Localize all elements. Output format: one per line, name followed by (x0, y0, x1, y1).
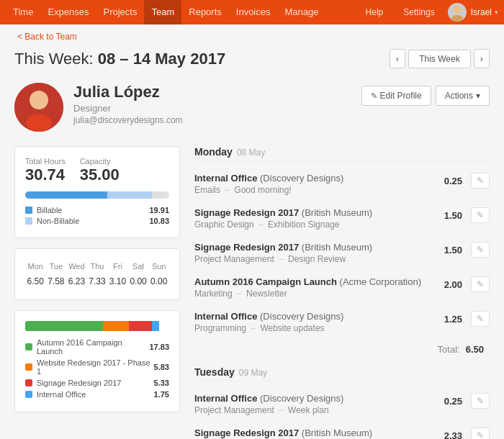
day-header-mon: Mon (25, 259, 46, 273)
entry-mon-3-project: Signage Redesign 2017 (British Museum) (194, 242, 444, 253)
project-chart-bar (25, 321, 169, 331)
entry-mon-3-meta: Project Management – Design Review (194, 254, 444, 264)
day-val-sat: 0.00 (128, 273, 149, 289)
project-bar-signage (129, 321, 152, 331)
settings-link[interactable]: Settings (396, 0, 441, 24)
total-hours-label: Total Hours (25, 157, 66, 166)
left-column: Total Hours 30.74 Capacity 35.00 (14, 146, 180, 439)
entry-tue-2-project: Signage Redesign 2017 (British Museum) (194, 427, 444, 438)
daily-header-row: Mon Tue Wed Thu Fri Sat Sun (25, 259, 169, 273)
entry-mon-5-project: Internal Office (Discovery Designs) (194, 311, 444, 322)
project-bar-autumn (25, 321, 103, 331)
day-monday: Monday 08 May Internal Office (Discovery… (194, 146, 490, 356)
nonbillable-bar (107, 191, 152, 199)
monday-total: Total: 6.50 (194, 340, 490, 356)
nav-team[interactable]: Team (144, 0, 181, 24)
week-title: This Week: 08 – 14 May 2017 (14, 50, 225, 68)
nav-reports[interactable]: Reports (181, 0, 229, 24)
hours-progress-bar (25, 191, 169, 199)
entry-mon-5: Internal Office (Discovery Designs) Prog… (194, 305, 490, 340)
two-col-layout: Total Hours 30.74 Capacity 35.00 (14, 146, 490, 439)
nav-expenses[interactable]: Expenses (40, 0, 96, 24)
tuesday-date: 09 May (239, 368, 267, 378)
website-val: 5.83 (154, 363, 169, 371)
hours-row: Total Hours 30.74 Capacity 35.00 (25, 157, 169, 184)
actions-button[interactable]: Actions ▾ (436, 86, 490, 106)
billable-dot (25, 207, 32, 214)
svg-point-3 (30, 91, 48, 109)
entry-mon-1-hours: 0.25 (444, 176, 462, 186)
autumn-val: 17.83 (149, 343, 169, 351)
entry-tue-1-hours: 0.25 (444, 396, 462, 407)
profile-email: julia@discoverydesigns.com (73, 115, 183, 125)
breadcrumb[interactable]: < Back to Team (0, 24, 504, 49)
week-header: This Week: 08 – 14 May 2017 ‹ This Week … (14, 49, 490, 68)
day-val-wed: 6.23 (66, 273, 87, 289)
project-legend-website: Website Redesign 2017 - Phase 1 5.83 (25, 358, 169, 376)
legend-nonbillable: Non-Billable 10.83 (25, 217, 169, 225)
edit-profile-button[interactable]: ✎ Edit Profile (361, 86, 431, 106)
monday-date: 08 May (237, 148, 265, 158)
svg-point-1 (451, 15, 463, 22)
signage-name: Signage Redesign 2017 (37, 379, 154, 387)
nav-time[interactable]: Time (6, 0, 40, 24)
billable-bar (25, 191, 107, 199)
project-legend-signage: Signage Redesign 2017 5.33 (25, 379, 169, 387)
internal-name: Internal Office (37, 390, 154, 399)
entry-mon-3-hours: 1.50 (444, 245, 462, 255)
total-hours-item: Total Hours 30.74 (25, 157, 66, 184)
week-next-button[interactable]: › (474, 49, 490, 68)
nav-invoices[interactable]: Invoices (229, 0, 278, 24)
autumn-dot (25, 343, 32, 350)
entry-mon-2: Signage Redesign 2017 (British Museum) G… (194, 202, 490, 236)
user-label: Israel (471, 7, 492, 17)
day-header-sat: Sat (128, 259, 149, 273)
internal-dot (25, 391, 32, 398)
day-val-sun: 0.00 (148, 273, 169, 289)
capacity-label: Capacity (80, 157, 120, 166)
entry-mon-1-meta: Emails – Good morning! (194, 185, 444, 195)
right-column: Monday 08 May Internal Office (Discovery… (194, 146, 490, 439)
svg-point-0 (454, 6, 461, 13)
entry-mon-1-edit[interactable]: ✎ (471, 173, 490, 189)
entry-tue-1-project: Internal Office (Discovery Designs) (194, 393, 444, 404)
help-link[interactable]: Help (359, 0, 391, 24)
tuesday-name: Tuesday (194, 366, 235, 378)
entry-mon-4-edit[interactable]: ✎ (471, 276, 490, 292)
monday-total-value: 6.50 (466, 344, 484, 355)
week-current-button[interactable]: This Week (408, 50, 470, 68)
entry-mon-5-edit[interactable]: ✎ (471, 311, 490, 327)
entry-mon-2-edit[interactable]: ✎ (471, 207, 490, 223)
entry-tue-2-edit[interactable]: ✎ (471, 427, 490, 439)
billable-value: 19.91 (149, 206, 169, 214)
entry-mon-4: Autumn 2016 Campaign Launch (Acme Corpor… (194, 271, 490, 305)
back-link[interactable]: < Back to Team (17, 32, 77, 42)
capacity-item: Capacity 35.00 (80, 157, 120, 184)
top-nav: Time Expenses Projects Team Reports Invo… (0, 0, 504, 24)
internal-val: 1.75 (154, 390, 169, 399)
entry-tue-1-meta: Project Management – Week plan (194, 405, 444, 415)
tuesday-header: Tuesday 09 May (194, 366, 490, 381)
entry-tue-1-edit[interactable]: ✎ (471, 393, 490, 409)
entry-mon-3-edit[interactable]: ✎ (471, 242, 490, 258)
website-dot (25, 363, 32, 371)
monday-name: Monday (194, 146, 233, 158)
project-legend-autumn: Autumn 2016 Campaign Launch 17.83 (25, 338, 169, 356)
entry-mon-5-meta: Programming – Website updates (194, 323, 444, 333)
day-header-wed: Wed (66, 259, 87, 273)
day-val-thu: 7.33 (87, 273, 108, 289)
user-chevron-icon: ▾ (495, 9, 498, 16)
website-name: Website Redesign 2017 - Phase 1 (37, 358, 154, 376)
entry-mon-2-project: Signage Redesign 2017 (British Museum) (194, 207, 444, 218)
edit-icon: ✎ (371, 91, 377, 101)
week-prev-button[interactable]: ‹ (390, 49, 405, 68)
avatar (448, 3, 467, 22)
daily-values-row: 6.50 7.58 6.23 7.33 3.10 0.00 0.00 (25, 273, 169, 289)
entry-mon-4-hours: 2.00 (444, 279, 462, 290)
capacity-value: 35.00 (80, 166, 120, 184)
nav-projects[interactable]: Projects (96, 0, 145, 24)
daily-card: Mon Tue Wed Thu Fri Sat Sun 6.50 7.58 6.… (14, 248, 180, 300)
page-content: This Week: 08 – 14 May 2017 ‹ This Week … (0, 49, 504, 439)
nav-manage[interactable]: Manage (278, 0, 326, 24)
entry-tue-2-hours: 2.33 (444, 430, 462, 440)
